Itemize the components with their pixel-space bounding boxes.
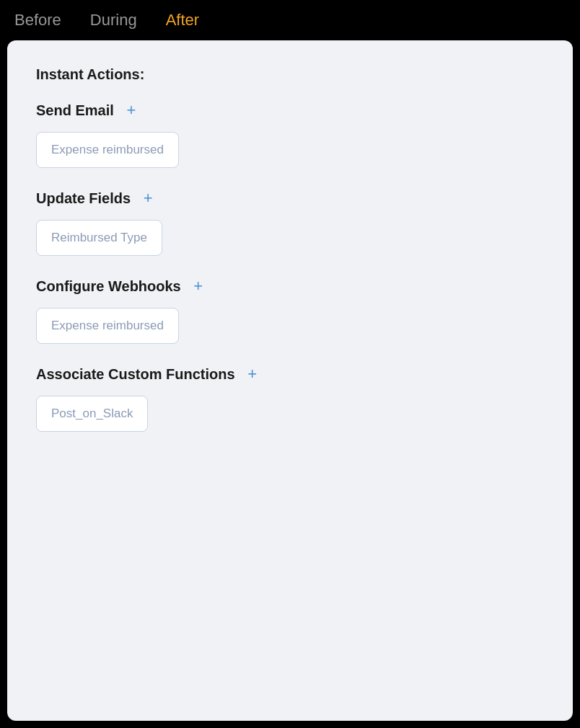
configure-webhooks-header: Configure Webhooks + [36, 276, 544, 296]
nav-during[interactable]: During [90, 11, 137, 30]
associate-custom-functions-tag[interactable]: Post_on_Slack [36, 396, 148, 432]
configure-webhooks-add-button[interactable]: + [188, 276, 208, 296]
top-navigation: Before During After [0, 0, 580, 40]
configure-webhooks-label: Configure Webhooks [36, 278, 181, 295]
update-fields-tag[interactable]: Reimbursed Type [36, 220, 162, 256]
update-fields-add-button[interactable]: + [138, 188, 158, 208]
send-email-tag[interactable]: Expense reimbursed [36, 132, 179, 168]
update-fields-header: Update Fields + [36, 188, 544, 208]
nav-before[interactable]: Before [14, 11, 61, 30]
update-fields-label: Update Fields [36, 190, 131, 207]
update-fields-section: Update Fields + Reimbursed Type [36, 188, 544, 256]
send-email-add-button[interactable]: + [121, 100, 141, 120]
configure-webhooks-tag[interactable]: Expense reimbursed [36, 308, 179, 344]
configure-webhooks-section: Configure Webhooks + Expense reimbursed [36, 276, 544, 344]
associate-custom-functions-label: Associate Custom Functions [36, 366, 235, 383]
send-email-label: Send Email [36, 102, 114, 119]
nav-after[interactable]: After [166, 11, 199, 30]
associate-custom-functions-add-button[interactable]: + [242, 364, 263, 384]
associate-custom-functions-section: Associate Custom Functions + Post_on_Sla… [36, 364, 544, 432]
main-container: Instant Actions: Send Email + Expense re… [7, 40, 573, 721]
send-email-header: Send Email + [36, 100, 544, 120]
instant-actions-title: Instant Actions: [36, 66, 544, 83]
send-email-section: Send Email + Expense reimbursed [36, 100, 544, 168]
associate-custom-functions-header: Associate Custom Functions + [36, 364, 544, 384]
